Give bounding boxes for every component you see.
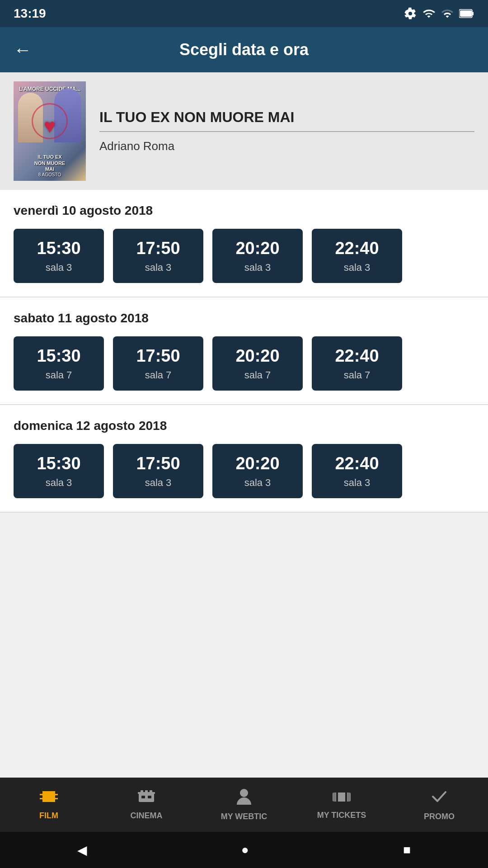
schedule-day-0: venerdì 10 agosto 201815:30sala 317:50sa… — [0, 190, 488, 297]
nav-mywebtic-label: MY WEBTIC — [221, 812, 267, 821]
status-time: 13:19 — [14, 6, 46, 21]
svg-point-17 — [240, 789, 248, 797]
showtimes-grid-1: 15:30sala 717:50sala 720:20sala 722:40sa… — [14, 336, 474, 391]
showtime-btn-day0-1[interactable]: 17:50sala 3 — [113, 229, 203, 283]
showtime-time-day0-1: 17:50 — [136, 239, 180, 258]
movie-title: IL TUO EX NON MUORE MAI — [99, 109, 474, 132]
day-header-1: sabato 11 agosto 2018 — [14, 311, 474, 326]
ticket-icon — [333, 789, 351, 807]
showtime-btn-day2-1[interactable]: 17:50sala 3 — [113, 444, 203, 498]
showtime-time-day1-2: 20:20 — [235, 346, 279, 366]
showtime-btn-day1-0[interactable]: 15:30sala 7 — [14, 336, 104, 391]
showtime-time-day2-1: 17:50 — [136, 454, 180, 473]
showtime-time-day2-2: 20:20 — [235, 454, 279, 473]
film-icon — [40, 789, 58, 807]
movie-cinema: Adriano Roma — [99, 139, 474, 153]
showtime-sala-day1-3: sala 7 — [344, 369, 371, 381]
nav-cinema[interactable]: CINEMA — [98, 789, 195, 821]
showtime-sala-day0-1: sala 3 — [145, 262, 172, 274]
svg-rect-15 — [141, 796, 145, 798]
showtimes-grid-0: 15:30sala 317:50sala 320:20sala 322:40sa… — [14, 229, 474, 283]
status-bar: 13:19 — [0, 0, 488, 27]
bottom-nav: FILM CINEMA MY WEBTIC — [0, 778, 488, 832]
wifi-icon — [422, 7, 436, 20]
svg-rect-4 — [40, 791, 42, 794]
poster-visual: L'AMORE UCCIDE MA... ♥ IL TUO EX NON MUO… — [14, 81, 86, 181]
showtime-sala-day1-1: sala 7 — [145, 369, 172, 381]
nav-film[interactable]: FILM — [0, 789, 98, 821]
nav-mytickets[interactable]: MY TICKETS — [293, 789, 390, 820]
showtime-btn-day0-0[interactable]: 15:30sala 3 — [14, 229, 104, 283]
svg-rect-8 — [55, 795, 58, 798]
day-header-0: venerdì 10 agosto 2018 — [14, 203, 474, 218]
person-icon — [237, 788, 251, 808]
battery-icon — [459, 9, 474, 19]
nav-film-label: FILM — [39, 811, 58, 821]
home-sys-button[interactable]: ● — [241, 843, 249, 857]
showtime-time-day2-3: 22:40 — [335, 454, 379, 473]
showtime-btn-day2-2[interactable]: 20:20sala 3 — [212, 444, 303, 498]
nav-cinema-label: CINEMA — [131, 811, 163, 821]
nav-promo[interactable]: PROMO — [390, 788, 488, 821]
schedule-day-2: domenica 12 agosto 201815:30sala 317:50s… — [0, 405, 488, 513]
svg-rect-10 — [139, 793, 154, 802]
showtime-sala-day2-3: sala 3 — [344, 477, 371, 489]
showtime-sala-day2-0: sala 3 — [46, 477, 72, 489]
svg-rect-14 — [150, 790, 152, 793]
schedule-container: venerdì 10 agosto 201815:30sala 317:50sa… — [0, 190, 488, 513]
movie-details: IL TUO EX NON MUORE MAI Adriano Roma — [99, 109, 474, 153]
schedule-day-1: sabato 11 agosto 201815:30sala 717:50sal… — [0, 297, 488, 405]
showtime-btn-day0-2[interactable]: 20:20sala 3 — [212, 229, 303, 283]
showtime-btn-day1-3[interactable]: 22:40sala 7 — [312, 336, 402, 391]
showtime-btn-day2-3[interactable]: 22:40sala 3 — [312, 444, 402, 498]
nav-mywebtic[interactable]: MY WEBTIC — [195, 788, 293, 821]
svg-rect-2 — [460, 10, 472, 17]
showtime-btn-day1-2[interactable]: 20:20sala 7 — [212, 336, 303, 391]
svg-rect-9 — [55, 799, 58, 802]
page-title: Scegli data e ora — [41, 40, 447, 59]
showtime-time-day0-3: 22:40 — [335, 239, 379, 258]
showtime-time-day0-0: 15:30 — [37, 239, 80, 258]
showtime-sala-day0-3: sala 3 — [344, 262, 371, 274]
showtime-time-day0-2: 20:20 — [235, 239, 279, 258]
svg-rect-1 — [472, 12, 474, 15]
showtime-sala-day1-2: sala 7 — [244, 369, 271, 381]
nav-promo-label: PROMO — [424, 812, 455, 821]
showtime-sala-day1-0: sala 7 — [46, 369, 72, 381]
showtime-sala-day0-2: sala 3 — [244, 262, 271, 274]
back-sys-button[interactable]: ◀ — [77, 843, 87, 858]
poster-title-block: IL TUO EX NON MUORE MAI — [34, 154, 65, 172]
showtime-time-day1-3: 22:40 — [335, 346, 379, 366]
nav-mytickets-label: MY TICKETS — [317, 811, 366, 820]
showtime-btn-day0-3[interactable]: 22:40sala 3 — [312, 229, 402, 283]
day-header-2: domenica 12 agosto 2018 — [14, 419, 474, 433]
svg-rect-21 — [333, 793, 336, 802]
system-nav: ◀ ● ■ — [0, 832, 488, 868]
showtime-sala-day0-0: sala 3 — [46, 262, 72, 274]
main-content: L'AMORE UCCIDE MA... ♥ IL TUO EX NON MUO… — [0, 72, 488, 868]
header: ← Scegli data e ora — [0, 27, 488, 72]
gear-icon — [404, 7, 417, 20]
svg-rect-7 — [55, 791, 58, 794]
showtime-time-day2-0: 15:30 — [37, 454, 80, 473]
poster-date: 8 AGOSTO — [38, 172, 61, 177]
status-icons — [404, 7, 474, 20]
movie-info-section: L'AMORE UCCIDE MA... ♥ IL TUO EX NON MUO… — [0, 72, 488, 190]
svg-rect-6 — [40, 799, 42, 802]
svg-rect-22 — [347, 793, 350, 802]
svg-rect-20 — [345, 791, 347, 803]
showtime-btn-day2-0[interactable]: 15:30sala 3 — [14, 444, 104, 498]
cinema-icon — [138, 789, 155, 807]
svg-rect-5 — [40, 795, 42, 798]
showtime-btn-day1-1[interactable]: 17:50sala 7 — [113, 336, 203, 391]
svg-rect-16 — [148, 796, 151, 798]
back-button[interactable]: ← — [14, 40, 32, 60]
showtime-sala-day2-2: sala 3 — [244, 477, 271, 489]
checkmark-icon — [431, 788, 447, 808]
svg-rect-19 — [336, 791, 338, 803]
showtime-time-day1-0: 15:30 — [37, 346, 80, 366]
recents-sys-button[interactable]: ■ — [403, 843, 411, 857]
showtime-time-day1-1: 17:50 — [136, 346, 180, 366]
signal-icon — [441, 7, 454, 20]
svg-rect-13 — [145, 790, 148, 793]
